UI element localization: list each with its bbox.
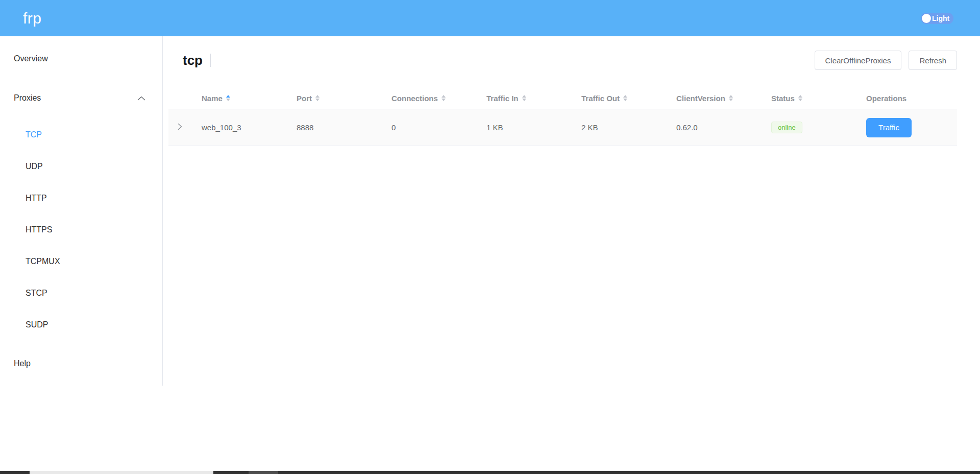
- refresh-button[interactable]: Refresh: [909, 51, 957, 70]
- title-row: tcp ClearOfflineProxies Refresh: [168, 51, 957, 70]
- title-divider: [210, 54, 211, 67]
- traffic-button[interactable]: Traffic: [866, 118, 912, 137]
- sidebar-item-label: TCP: [26, 130, 42, 139]
- taskbar-sliver: [0, 471, 980, 474]
- sidebar-item-label: Proxies: [14, 93, 137, 103]
- column-label: Traffic In: [486, 94, 519, 103]
- sidebar-item-overview[interactable]: Overview: [0, 36, 162, 81]
- theme-toggle-label: Light: [932, 14, 949, 22]
- sort-carets-icon: [522, 95, 526, 101]
- column-header-name[interactable]: Name: [202, 94, 297, 103]
- main-content: tcp ClearOfflineProxies Refresh Name Por…: [163, 51, 980, 146]
- sidebar-item-help[interactable]: Help: [0, 341, 162, 387]
- sidebar-item-label: HTTP: [26, 194, 47, 203]
- column-label: Connections: [391, 94, 438, 103]
- sidebar-item-stcp[interactable]: STCP: [0, 277, 162, 309]
- column-label: ClientVersion: [676, 94, 725, 103]
- sidebar-item-label: Overview: [14, 54, 48, 63]
- sidebar-item-tcp[interactable]: TCP: [0, 119, 162, 151]
- cell-operations: Traffic: [866, 118, 957, 137]
- sort-carets-icon: [442, 95, 446, 101]
- proxies-table: Name Port Connections Traffic In Traffic…: [168, 87, 957, 146]
- column-header-operations: Operations: [866, 94, 957, 103]
- cell-connections: 0: [391, 123, 486, 132]
- sidebar-item-http[interactable]: HTTP: [0, 182, 162, 214]
- sidebar-item-label: HTTPS: [26, 225, 52, 234]
- column-label: Name: [202, 94, 223, 103]
- sidebar-item-udp[interactable]: UDP: [0, 151, 162, 182]
- sort-carets-icon: [226, 95, 230, 101]
- page-title: tcp: [183, 53, 203, 68]
- cell-port: 8888: [297, 123, 391, 132]
- sidebar-item-label: TCPMUX: [26, 257, 60, 266]
- sort-carets-icon: [729, 95, 733, 101]
- cell-traffic-out: 2 KB: [581, 123, 676, 132]
- column-header-traffic-in[interactable]: Traffic In: [486, 94, 581, 103]
- cell-traffic-in: 1 KB: [486, 123, 581, 132]
- sidebar-item-label: UDP: [26, 162, 43, 171]
- column-header-clientversion[interactable]: ClientVersion: [676, 94, 771, 103]
- column-label: Status: [771, 94, 795, 103]
- chevron-right-icon: [178, 123, 182, 132]
- sort-carets-icon: [623, 95, 627, 101]
- column-header-connections[interactable]: Connections: [391, 94, 486, 103]
- column-header-traffic-out[interactable]: Traffic Out: [581, 94, 676, 103]
- clear-offline-proxies-button[interactable]: ClearOfflineProxies: [815, 51, 902, 70]
- sort-carets-icon: [315, 95, 320, 101]
- status-badge: online: [771, 122, 802, 133]
- column-label: Traffic Out: [581, 94, 620, 103]
- sidebar-item-label: Help: [14, 359, 31, 368]
- taskbar-sliver-mid-segment: [249, 471, 278, 474]
- sidebar-item-proxies[interactable]: Proxies: [0, 81, 162, 115]
- chevron-up-icon: [137, 93, 145, 103]
- table-header-row: Name Port Connections Traffic In Traffic…: [168, 87, 957, 109]
- taskbar-sliver-light-segment: [30, 471, 213, 474]
- toggle-knob-icon: [922, 14, 931, 23]
- sidebar-item-sudp[interactable]: SUDP: [0, 309, 162, 341]
- cell-name: web_100_3: [202, 123, 297, 132]
- column-label: Port: [297, 94, 312, 103]
- sidebar-item-https[interactable]: HTTPS: [0, 214, 162, 246]
- proxies-submenu: TCP UDP HTTP HTTPS TCPMUX STCP SUDP: [0, 115, 162, 341]
- row-expand-toggle[interactable]: [168, 123, 202, 132]
- app-logo: frp: [23, 10, 42, 27]
- sort-carets-icon: [798, 95, 802, 101]
- app-header: frp Light: [0, 0, 980, 36]
- column-header-status[interactable]: Status: [771, 94, 866, 103]
- column-header-port[interactable]: Port: [297, 94, 391, 103]
- sidebar: Overview Proxies TCP UDP HTTP HTTPS TCPM…: [0, 36, 163, 386]
- sidebar-item-label: SUDP: [26, 320, 48, 329]
- theme-toggle-switch[interactable]: Light: [921, 13, 953, 24]
- column-label: Operations: [866, 94, 906, 103]
- table-row: web_100_3 8888 0 1 KB 2 KB 0.62.0 online…: [168, 109, 957, 146]
- cell-client-version: 0.62.0: [676, 123, 771, 132]
- sidebar-item-label: STCP: [26, 289, 47, 298]
- sidebar-item-tcpmux[interactable]: TCPMUX: [0, 246, 162, 277]
- cell-status: online: [771, 122, 866, 133]
